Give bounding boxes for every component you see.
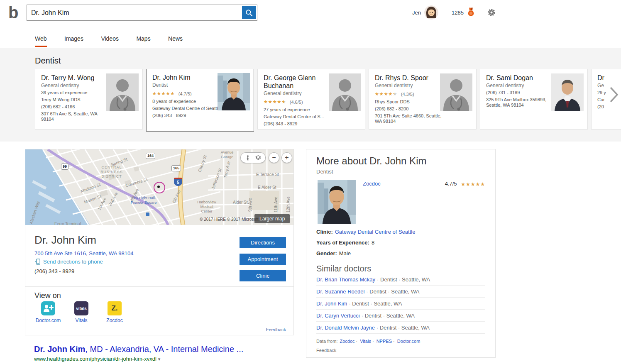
rating-text: (4.3/5) (401, 92, 414, 97)
doctor-name[interactable]: Dr. Rhys D. Spoor (375, 74, 445, 82)
doctor-name[interactable]: Dr. George Glenn Buchanan (264, 74, 333, 90)
doctor-generic-avatar (329, 73, 361, 111)
map-label: CENTRAL BUSINESS DISTRICT (95, 165, 128, 179)
panel-subtitle: Dentist (316, 169, 485, 175)
doctorcom-icon[interactable] (41, 301, 55, 315)
feedback-link[interactable]: Feedback (316, 348, 336, 353)
feedback-link[interactable]: Feedback (266, 327, 286, 332)
rewards-medal-icon[interactable] (467, 7, 474, 19)
doctor-practice: Gateway Dental Centre of Seattle (152, 106, 220, 111)
source-doctorcom-link[interactable]: Doctor.com (397, 339, 421, 344)
map-result-dot[interactable] (157, 186, 160, 188)
zoom-in-button[interactable]: + (281, 152, 292, 163)
map-label: 9th Ave (248, 198, 252, 212)
avatar-illustration (424, 5, 438, 20)
fact-label: Clinic: (316, 229, 333, 235)
similar-doctor-row: Dr. Suzanne Roedel· Dentist · Seattle, W… (316, 286, 485, 298)
facts: Clinic:Gateway Dental Centre of Seattle … (316, 229, 485, 257)
business-address-link[interactable]: 700 5th Ave Ste 1616, Seattle, WA 98104 (34, 250, 134, 257)
doctor-photo (218, 73, 250, 110)
carousel-cards: Dr. Terry M. Wong General dentistry 36 y… (35, 69, 621, 136)
similar-doctor-link[interactable]: Dr. Suzanne Roedel (316, 288, 364, 295)
data-from-label: Data from: (316, 339, 337, 344)
divider (25, 286, 293, 287)
result-title-strong[interactable]: Dr. John Kim (34, 344, 85, 354)
map-mode-controls (240, 152, 266, 163)
carousel-next-arrow[interactable] (609, 86, 619, 105)
user-name[interactable]: Jen (412, 10, 421, 16)
directions-button[interactable]: Directions (240, 237, 286, 248)
appointment-button[interactable]: Appointment (240, 254, 286, 265)
map[interactable]: 99 164 165 5 Avenue Garage CENTRAL BUSIN… (25, 149, 293, 225)
panel-title: More about Dr. John Kim (316, 155, 485, 167)
doctorcom-link[interactable]: Doctor.com (34, 318, 63, 323)
doctor-phone: (206) 731 - 3189 (486, 90, 554, 95)
view-on-title: View on (34, 291, 61, 300)
tab-web[interactable]: Web (35, 35, 47, 47)
result-url[interactable]: www.healthgrades.com/physician/dr-john-k… (34, 356, 283, 362)
interstate-shield-5: 5 (174, 178, 182, 186)
vitals-icon-text: vitals (76, 306, 87, 311)
map-label: Alder St (233, 200, 248, 205)
vitals-link[interactable]: Vitals (67, 318, 96, 323)
carousel-title: Dentist (35, 56, 61, 66)
route-shield-99: 99 (61, 164, 68, 170)
source-vitals-link[interactable]: Vitals (360, 339, 371, 344)
doctor-photo (316, 180, 357, 224)
zocdoc-link[interactable]: Zocdoc (100, 318, 129, 323)
chevron-right-icon (609, 86, 619, 103)
map-label: Ferry Terminal (54, 222, 81, 225)
doctor-name[interactable]: Dr. Sami Dogan (486, 74, 556, 82)
doctor-photo (551, 73, 584, 111)
organic-result: Dr. John Kim, MD - Alexandria, VA - Inte… (34, 344, 283, 364)
doctor-card-john-kim[interactable]: Dr. John Kim Dentist ★★★★★★★★★★ (4.7/5) … (146, 69, 254, 132)
doctor-name[interactable]: Dr (597, 74, 621, 82)
doctor-address: 325 9Th Ave Mailbox 359893, Seattle, WA … (486, 97, 554, 108)
larger-map-button[interactable]: Larger map (254, 214, 290, 223)
tab-images[interactable]: Images (64, 35, 83, 46)
bing-logo[interactable]: b (8, 2, 18, 22)
route-shield-164: 164 (146, 153, 155, 159)
result-title[interactable]: Dr. John Kim, MD - Alexandria, VA - Inte… (34, 344, 283, 354)
source-nppes-link[interactable]: NPPES (377, 339, 392, 344)
similar-doctor-link[interactable]: Dr. John Kim (316, 300, 347, 307)
similar-doctor-link[interactable]: Dr. Donald Melvin Jayne (316, 325, 375, 331)
user-avatar[interactable] (424, 5, 438, 20)
doctor-phone: (206) 682 - 8200 (375, 106, 443, 112)
map-layers-button[interactable] (255, 155, 261, 161)
doctor-phone: (206) 343 - 8929 (152, 113, 220, 118)
panel-media-row: Zocdoc 4.7/5 ★★★★★★★★★★ (316, 180, 485, 224)
similar-doctor-meta: · Dentist · Seattle, WA (366, 288, 419, 295)
doctor-card-rhys-spoor[interactable]: Dr. Rhys D. Spoor General dentistry ★★★★… (369, 69, 477, 129)
map-label: Harborview Medical Center (195, 200, 219, 214)
doctor-name[interactable]: Dr. Terry M. Wong (41, 74, 111, 82)
rewards-points[interactable]: 1285 (452, 10, 464, 16)
tab-news[interactable]: News (168, 35, 183, 46)
streetside-button[interactable] (245, 155, 251, 161)
similar-doctor-link[interactable]: Dr. Brian Thomas Mckay (316, 276, 375, 283)
panel-rating-value: 4.7/5 (445, 181, 457, 187)
vitals-icon[interactable]: vitals (74, 301, 88, 315)
panel-rating: 4.7/5 ★★★★★★★★★★ (445, 181, 485, 187)
search-button[interactable] (242, 6, 256, 19)
fact-value: 8 (372, 239, 374, 246)
doctor-name[interactable]: Dr. John Kim (152, 73, 222, 81)
doctor-card-sami-dogan[interactable]: Dr. Sami Dogan General dentistry (206) 7… (480, 69, 588, 129)
caret-down-icon[interactable]: ▾ (158, 357, 161, 362)
zocdoc-icon[interactable]: Z. (108, 301, 122, 315)
similar-doctor-link[interactable]: Dr. Caryn Vertucci (316, 313, 360, 319)
zocdoc-source-link[interactable]: Zocdoc (363, 181, 381, 187)
search-input[interactable] (27, 5, 242, 20)
fact-label: Years of Experience: (316, 239, 369, 246)
zoom-out-button[interactable]: − (269, 152, 279, 163)
tab-maps[interactable]: Maps (136, 35, 150, 46)
doctor-card-george-buchanan[interactable]: Dr. George Glenn Buchanan General dentis… (257, 69, 365, 129)
send-directions-link[interactable]: Send directions to phone (34, 259, 103, 265)
result-title-rest[interactable]: , MD - Alexandria, VA - Internal Medicin… (85, 344, 243, 354)
clinic-button[interactable]: Clinic (240, 270, 286, 281)
source-zocdoc-link[interactable]: Zocdoc (340, 339, 355, 344)
tab-videos[interactable]: Videos (101, 35, 119, 46)
clinic-link[interactable]: Gateway Dental Centre of Seattle (335, 229, 416, 235)
settings-gear-icon[interactable] (487, 8, 496, 18)
doctor-card-terry-wong[interactable]: Dr. Terry M. Wong General dentistry 36 y… (35, 69, 143, 129)
